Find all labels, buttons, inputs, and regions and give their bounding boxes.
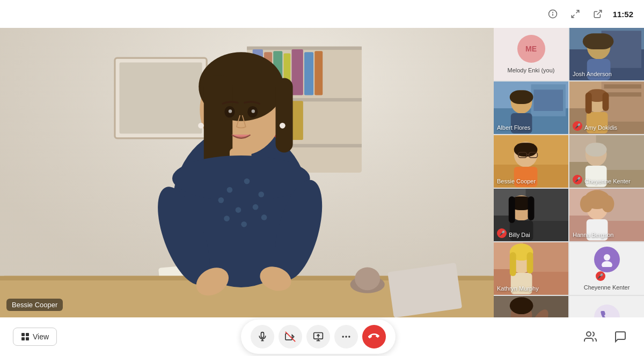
camera-button[interactable] [279, 325, 302, 348]
svg-point-41 [258, 191, 264, 197]
svg-point-47 [261, 214, 267, 220]
kasey-photo [494, 296, 568, 317]
svg-rect-75 [604, 92, 642, 97]
svg-point-144 [587, 332, 591, 336]
melody-avatar: ME [517, 35, 545, 63]
svg-point-42 [218, 197, 224, 203]
camera-off-icon [285, 331, 296, 342]
mic-button[interactable] [251, 325, 274, 348]
participant-tile-bessie[interactable]: Bessie Cooper [494, 135, 568, 188]
svg-rect-36 [275, 78, 292, 152]
more-button[interactable] [334, 325, 358, 348]
participant-tile-phone[interactable]: (345) ······5 [569, 296, 644, 317]
end-call-icon [368, 331, 380, 343]
chat-button[interactable] [610, 326, 631, 347]
svg-point-111 [602, 195, 614, 212]
hanna-name: Hanna Bergson [573, 232, 613, 238]
info-icon[interactable] [545, 6, 560, 21]
participant-tile-albert[interactable]: Albert Flores [494, 81, 568, 134]
svg-point-142 [345, 336, 347, 337]
svg-point-38 [172, 155, 310, 202]
people-icon [584, 330, 597, 343]
albert-name: Albert Flores [497, 124, 530, 131]
svg-rect-119 [527, 252, 533, 273]
svg-rect-31 [387, 263, 462, 317]
bottom-center-controls [241, 320, 396, 354]
share-screen-button[interactable] [306, 325, 330, 348]
svg-rect-131 [21, 337, 25, 340]
room-svg [0, 28, 494, 317]
svg-point-46 [241, 221, 247, 227]
kathryn-name: Kathryn Murphy [497, 285, 539, 292]
top-bar-icons: 11:52 [545, 6, 633, 21]
main-area: Bessie Cooper ME Melody Enki (you) [0, 28, 644, 317]
svg-line-4 [572, 15, 574, 18]
cheyenne-avatar-mute: 🎤 [596, 271, 605, 281]
cheyenne-avatar-name: Cheyenne Kenter [584, 284, 630, 291]
top-bar: 11:52 [0, 0, 644, 28]
view-button[interactable]: View [13, 328, 57, 346]
more-icon [341, 331, 352, 342]
cheyenne-avatar-circle [594, 247, 620, 272]
svg-point-120 [604, 254, 610, 261]
participant-tile-cheyenne-avatar[interactable]: 🎤 Cheyenne Kenter [569, 242, 644, 295]
svg-point-39 [227, 187, 233, 193]
svg-point-141 [342, 336, 344, 337]
participant-grid: ME Melody Enki (you) [494, 28, 644, 317]
svg-rect-70 [510, 90, 533, 104]
billy-mute-icon: 🎤 [497, 228, 507, 238]
participant-tile-kathryn[interactable]: Kathryn Murphy [494, 242, 568, 295]
bottom-bar: View [0, 317, 644, 356]
svg-rect-18 [314, 51, 323, 95]
svg-rect-130 [26, 333, 29, 336]
amy-mute-icon: 🎤 [573, 121, 582, 131]
svg-rect-102 [509, 196, 515, 223]
participant-tile-cheyenne-k[interactable]: 🎤 Cheyenne Kenter [569, 135, 644, 188]
josh-name: Josh Anderson [573, 71, 612, 77]
svg-rect-16 [291, 49, 303, 95]
melody-name: Melody Enki (you) [507, 67, 554, 73]
svg-rect-74 [604, 84, 642, 88]
cheyenne-k-mute-icon: 🎤 [573, 175, 582, 184]
svg-rect-23 [291, 101, 303, 140]
clock: 11:52 [613, 10, 633, 19]
cheyenne-k-name: Cheyenne Kenter [584, 178, 631, 184]
svg-point-43 [236, 207, 241, 213]
svg-rect-67 [533, 90, 563, 111]
svg-rect-86 [514, 143, 538, 157]
svg-point-56 [229, 109, 232, 113]
svg-point-121 [602, 261, 612, 267]
svg-rect-79 [586, 92, 592, 114]
phone-icon-circle [594, 305, 620, 317]
svg-rect-132 [26, 337, 29, 340]
bottom-left: View [13, 328, 57, 346]
participant-tile-kasey[interactable]: Kasey George [494, 296, 568, 317]
billy-name: Billy Dai [509, 232, 530, 238]
external-link-icon[interactable] [590, 6, 605, 21]
mic-icon [257, 331, 268, 342]
share-screen-icon [313, 331, 324, 342]
participant-tile-amy[interactable]: 🎤 Amy Dokidis [569, 81, 644, 134]
svg-rect-133 [261, 332, 264, 338]
svg-point-48 [198, 123, 204, 129]
end-call-button[interactable] [362, 325, 386, 348]
svg-rect-95 [586, 143, 607, 157]
participant-tile-josh[interactable]: Josh Anderson [569, 28, 644, 80]
main-video: Bessie Cooper [0, 28, 494, 317]
right-sidebar: ME Melody Enki (you) [494, 28, 644, 317]
bottom-right-controls [580, 326, 631, 347]
svg-line-5 [597, 10, 601, 14]
svg-rect-129 [21, 333, 25, 336]
svg-rect-80 [603, 92, 609, 111]
participant-tile-melody[interactable]: ME Melody Enki (you) [494, 28, 568, 80]
participant-tile-billy[interactable]: 🎤 Billy Dai [494, 189, 568, 241]
expand-icon[interactable] [568, 6, 583, 21]
svg-point-127 [510, 297, 533, 314]
bessie-name: Bessie Cooper [497, 178, 536, 184]
participant-tile-hanna[interactable]: Hanna Bergson [569, 189, 644, 241]
view-label: View [33, 332, 49, 341]
svg-rect-9 [247, 47, 362, 50]
people-button[interactable] [580, 326, 601, 347]
speaker-name-label: Bessie Cooper [6, 299, 63, 311]
svg-point-30 [355, 268, 380, 291]
